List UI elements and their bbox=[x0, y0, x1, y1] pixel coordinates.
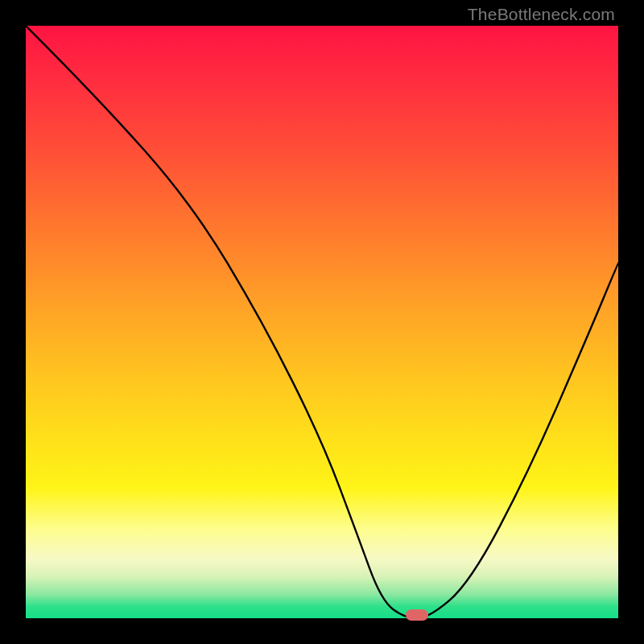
plot-area bbox=[26, 26, 618, 618]
watermark-text: TheBottleneck.com bbox=[468, 5, 615, 24]
chart-frame: TheBottleneck.com bbox=[0, 0, 644, 644]
optimal-marker bbox=[406, 609, 428, 621]
bottleneck-curve bbox=[26, 26, 618, 618]
